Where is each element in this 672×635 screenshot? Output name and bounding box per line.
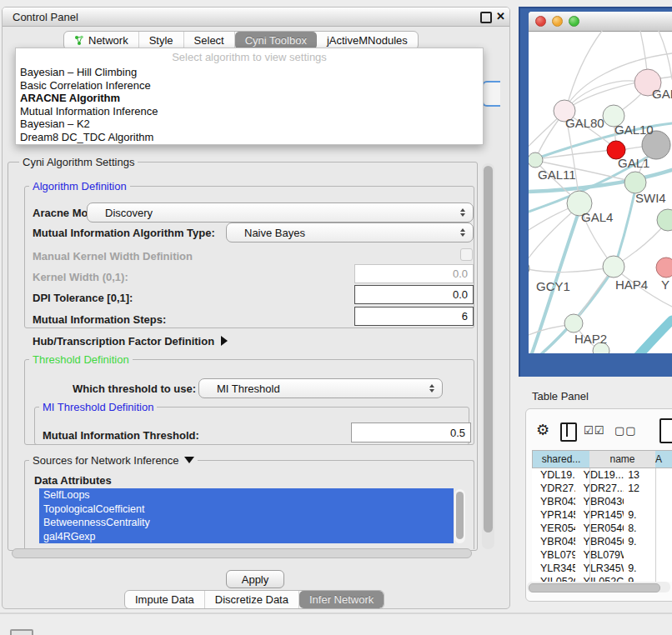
table-cell: YBR045C: [575, 535, 624, 548]
table-header-row: shared...nameA: [532, 450, 672, 468]
float-window-icon[interactable]: [480, 12, 492, 23]
table-row[interactable]: YPR145WYPR145W9.: [532, 508, 672, 522]
table-cell: 9.: [624, 562, 672, 575]
apply-button[interactable]: Apply: [226, 570, 284, 588]
deselect-all-icon[interactable]: ▢▢: [614, 424, 637, 437]
table-cell: YBR043C: [575, 495, 624, 508]
tab-impute-data[interactable]: Impute Data: [125, 591, 205, 608]
aracne-mode-select[interactable]: Discovery: [87, 202, 474, 222]
settings-horizontal-scrollbar[interactable]: [9, 548, 476, 558]
tab-cyni-toolbox[interactable]: Cyni Toolbox: [235, 32, 317, 49]
dpi-tolerance-input[interactable]: 0.0: [354, 285, 474, 304]
table-row[interactable]: YIL052CYIL052C9: [532, 575, 672, 582]
algorithm-option-bayesian-hill-climbing[interactable]: Bayesian – Hill Climbing: [20, 66, 479, 79]
cyni-settings-title: Cyni Algorithm Settings: [19, 156, 138, 168]
algorithm-combo-fragment[interactable]: [482, 81, 500, 107]
network-edge: [529, 268, 612, 272]
attributes-scrollbar-thumb[interactable]: [456, 492, 464, 539]
column-header-shared[interactable]: shared...: [532, 450, 589, 468]
tab-jactivemnodules[interactable]: jActiveMNodules: [317, 32, 418, 49]
network-window-frame: GALGAL80GAL10GAL1GAL11SWI4GAL4GCY1HAP4YH…: [519, 7, 672, 377]
select-all-checks-icon[interactable]: ☑☑: [584, 424, 604, 437]
network-node-hap2[interactable]: [564, 314, 583, 332]
attribute-betweennesscentrality[interactable]: BetweennessCentrality: [39, 516, 454, 530]
settings-horizontal-thumb[interactable]: [12, 548, 472, 558]
algorithm-option-dream8-dc-tdc-algorithm[interactable]: Dream8 DC_TDC Algorithm: [20, 131, 479, 144]
network-edge: [625, 320, 672, 353]
table-row[interactable]: YBR045CYBR045C9.: [532, 535, 672, 548]
split-panel-icon[interactable]: [560, 422, 577, 442]
table-cell: [624, 548, 672, 562]
manual-kernel-checkbox[interactable]: [460, 248, 473, 261]
table-row[interactable]: YBL079WYBL079W: [532, 548, 672, 562]
node-label-gcy1: GCY1: [536, 279, 570, 293]
which-threshold-value: MI Threshold: [217, 382, 280, 395]
tab-discretize-data[interactable]: Discretize Data: [205, 591, 299, 608]
network-node-hap4[interactable]: [603, 256, 624, 278]
settings-vertical-thumb[interactable]: [484, 166, 493, 532]
table-cell: 12: [624, 482, 672, 495]
network-window-titlebar[interactable]: [529, 12, 672, 32]
kernel-width-input[interactable]: 0.0: [354, 264, 474, 283]
tab-infer-network[interactable]: Infer Network: [299, 591, 384, 608]
dpi-tolerance-value: 0.0: [453, 288, 468, 301]
algorithm-prompt: Select algorithm to view settings: [16, 51, 483, 63]
close-window-icon[interactable]: [535, 16, 546, 27]
column-header-a[interactable]: A: [655, 450, 672, 468]
gear-icon[interactable]: ⚙: [536, 421, 549, 439]
algorithm-option-bayesian-k2[interactable]: Bayesian – K2: [20, 118, 479, 131]
node-label-gal10: GAL10: [614, 122, 654, 137]
algorithm-option-aracne-algorithm[interactable]: ARACNE Algorithm: [20, 92, 479, 105]
table-horizontal-scrollbar[interactable]: [527, 582, 670, 592]
column-header-name[interactable]: name: [589, 450, 655, 468]
threshold-definition-title: Threshold Definition: [29, 353, 133, 366]
attribute-topologicalcoefficient[interactable]: TopologicalCoefficient: [39, 502, 454, 517]
mi-threshold-value: 0.5: [450, 427, 465, 439]
dpi-tolerance-label: DPI Tolerance [0,1]:: [33, 292, 133, 304]
table-row[interactable]: YLR345WYLR345W9.: [532, 562, 672, 575]
algorithm-option-mutual-information-inference[interactable]: Mutual Information Inference: [20, 105, 479, 118]
bottom-tab-bar: Impute DataDiscretize DataInfer Network: [124, 590, 384, 609]
table-row[interactable]: YDL19...YDL19...13: [532, 468, 672, 482]
table-cell: YIL052C: [532, 575, 575, 582]
mi-steps-input[interactable]: 6: [354, 307, 474, 326]
which-threshold-select[interactable]: MI Threshold: [198, 378, 443, 398]
tab-label: Cyni Toolbox: [245, 34, 307, 47]
network-node-y[interactable]: [656, 258, 672, 278]
column-divider: [655, 468, 656, 582]
table-cell: YDR27...: [575, 482, 624, 495]
tab-network[interactable]: Network: [64, 32, 139, 49]
stepper-icon: [460, 228, 465, 237]
algorithm-option-basic-correlation-inference[interactable]: Basic Correlation Inference: [20, 79, 479, 92]
attribute-gal4rgexp[interactable]: gal4RGexp: [39, 530, 454, 544]
attribute-selfloops[interactable]: SelfLoops: [39, 488, 454, 502]
network-window: GALGAL80GAL10GAL1GAL11SWI4GAL4GCY1HAP4YH…: [529, 12, 672, 353]
bottom-left-button-fragment[interactable]: [10, 629, 33, 635]
table-row[interactable]: YBR043CYBR043C: [532, 495, 672, 508]
table-cell: YDL19...: [532, 468, 575, 482]
network-canvas[interactable]: GALGAL80GAL10GAL1GAL11SWI4GAL4GCY1HAP4YH…: [529, 31, 672, 353]
node-label-gal: GAL: [652, 87, 672, 101]
tab-select[interactable]: Select: [184, 32, 235, 49]
unchecked-icon: ▢: [625, 424, 636, 437]
mi-threshold-input[interactable]: 0.5: [351, 422, 471, 442]
table-horizontal-thumb[interactable]: [529, 583, 660, 592]
table-row[interactable]: YDR27...YDR27...12: [532, 482, 672, 495]
settings-vertical-scrollbar[interactable]: [482, 163, 494, 549]
hub-definition-toggle[interactable]: Hub/Transcription Factor Definition: [33, 335, 228, 348]
sources-title: Sources for Network Inference: [33, 454, 179, 467]
table-cell: YDR27...: [532, 482, 575, 495]
tab-style[interactable]: Style: [139, 32, 184, 49]
close-icon[interactable]: ✕: [496, 10, 505, 22]
network-node-gal11[interactable]: [529, 152, 543, 168]
minimize-window-icon[interactable]: [552, 16, 563, 27]
sources-toggle[interactable]: Sources for Network Inference: [29, 454, 198, 467]
zoom-window-icon[interactable]: [569, 16, 579, 27]
table-row[interactable]: YER054CYER054C8.: [532, 522, 672, 535]
mi-algorithm-select[interactable]: Naive Bayes: [226, 222, 474, 242]
document-icon[interactable]: [659, 418, 672, 443]
attributes-scrollbar[interactable]: [454, 489, 465, 543]
network-node-node[interactable]: [657, 209, 672, 231]
network-node-gcy1[interactable]: [529, 261, 529, 276]
table-cell: YPR145W: [532, 508, 575, 522]
